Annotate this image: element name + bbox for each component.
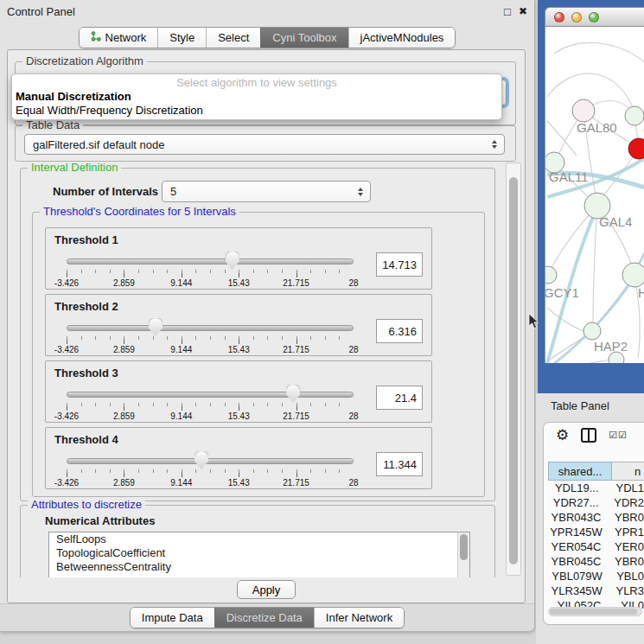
table-cell[interactable]: YBR0	[604, 555, 644, 568]
popup-item-manual[interactable]: Manual Discretization	[12, 90, 501, 104]
numerical-attributes-list[interactable]: SelfLoopsTopologicalCoefficientBetweenne…	[48, 532, 470, 577]
table-horizontal-scrollbar[interactable]	[548, 607, 642, 616]
attribute-item[interactable]: TopologicalCoefficient	[49, 546, 469, 560]
network-canvas[interactable]: GAL80GACGAL11GAL4GCY1HHAP2	[545, 27, 644, 363]
threshold-2-slider[interactable]: -3.4262.8599.14415.4321.71528	[67, 317, 354, 354]
attribute-item[interactable]: BetweennessCentrality	[49, 560, 469, 574]
split-pane-icon[interactable]	[581, 428, 596, 443]
control-panel-window: Control Panel □ ✖ Network Style Select C…	[0, 0, 535, 632]
table-cell[interactable]: YDL19...	[548, 481, 605, 494]
list-scrollbar[interactable]	[457, 532, 469, 577]
table-cell[interactable]: YLR3	[605, 584, 644, 597]
apply-button[interactable]: Apply	[237, 580, 296, 599]
network-edge[interactable]	[547, 121, 577, 156]
tab-impute-data[interactable]: Impute Data	[131, 608, 214, 628]
control-panel-titlebar[interactable]: Control Panel □ ✖	[0, 0, 534, 22]
threshold-1-value[interactable]: 14.713	[376, 252, 423, 277]
table-cell[interactable]: YPR145W	[548, 526, 604, 539]
node-label: GAL80	[577, 120, 617, 135]
threshold-2-value[interactable]: 6.316	[376, 319, 423, 343]
table-cell[interactable]: YDR2	[603, 496, 644, 509]
table-cell[interactable]: YDR27...	[548, 496, 603, 509]
slider-track[interactable]	[67, 392, 354, 398]
column-header-name[interactable]: n	[612, 462, 644, 481]
minimize-traffic-light-icon[interactable]	[571, 12, 582, 22]
node-label: GAL4	[599, 214, 632, 229]
table-row[interactable]: YPR145WYPR1	[548, 525, 644, 539]
tab-select[interactable]: Select	[206, 28, 260, 48]
network-node[interactable]	[609, 352, 624, 363]
bottom-tabbar: Impute Data Discretize Data Infer Networ…	[0, 603, 534, 631]
table-row[interactable]: YER054CYER0	[548, 539, 644, 554]
network-node[interactable]	[572, 99, 595, 122]
network-node[interactable]	[625, 106, 644, 125]
table-data-combobox[interactable]: galFiltered.sif default node	[24, 134, 505, 155]
close-icon[interactable]: ✖	[519, 6, 527, 16]
threshold-panel-2: Threshold 2 -3.4262.8599.14415.4321.7152…	[45, 294, 432, 356]
table-row[interactable]: YDL19...YDL1	[548, 481, 644, 495]
table-row[interactable]: YBR043CYBR0	[548, 510, 644, 525]
close-traffic-light-icon[interactable]	[554, 12, 564, 22]
settings-scrollbar[interactable]	[506, 163, 521, 576]
network-titlebar[interactable]	[545, 7, 644, 27]
table-cell[interactable]: YER0	[604, 540, 644, 553]
tab-cyni-toolbox[interactable]: Cyni Toolbox	[260, 28, 348, 48]
threshold-3-slider[interactable]: -3.4262.8599.14415.4321.71528	[67, 384, 354, 420]
table-cell[interactable]: YER054C	[548, 540, 604, 553]
threshold-coordinates-group: Threshold's Coordinates for 5 Intervals …	[32, 212, 485, 497]
threshold-1-slider[interactable]: -3.4262.8599.14415.4321.71528	[67, 251, 354, 287]
float-window-icon[interactable]: □	[504, 6, 511, 17]
table-cell[interactable]: YBL079W	[548, 570, 606, 583]
threshold-4-slider[interactable]: -3.4262.8599.14415.4321.71528	[67, 450, 354, 487]
tick-label: 28	[348, 345, 358, 354]
attribute-item[interactable]: SelfLoops	[49, 532, 469, 546]
tick-label: 15.43	[228, 278, 250, 288]
network-node[interactable]	[583, 322, 601, 340]
tab-style[interactable]: Style	[157, 28, 206, 48]
slider-handle[interactable]	[226, 252, 239, 270]
table-cell[interactable]: YBR045C	[548, 555, 604, 568]
slider-handle[interactable]	[286, 385, 300, 403]
network-edge[interactable]	[593, 206, 597, 327]
table-horizontal-scrollbar-thumb[interactable]	[550, 609, 637, 615]
threshold-3-value[interactable]: 21.4	[376, 386, 423, 410]
network-edge[interactable]	[554, 42, 644, 62]
slider-handle[interactable]	[194, 451, 208, 469]
node-label: HAP2	[594, 339, 628, 354]
gear-icon[interactable]: ⚙	[556, 428, 569, 443]
network-node[interactable]	[545, 266, 557, 284]
network-node[interactable]	[622, 263, 644, 287]
tick-label: -3.426	[54, 478, 79, 488]
tab-infer-network[interactable]: Infer Network	[314, 608, 404, 628]
slider-track[interactable]	[67, 258, 354, 265]
list-scrollbar-thumb[interactable]	[460, 534, 468, 560]
table-row[interactable]: YLR345WYLR3	[548, 583, 644, 598]
number-of-intervals-combobox[interactable]: 5	[162, 181, 371, 202]
threshold-4-value[interactable]: 11.344	[376, 452, 423, 476]
tab-network[interactable]: Network	[80, 28, 158, 48]
table-row[interactable]: YDR27...YDR2	[548, 495, 644, 510]
table-cell[interactable]: YDL1	[605, 481, 644, 494]
settings-scrollbar-thumb[interactable]	[509, 177, 518, 564]
network-node[interactable]	[628, 138, 644, 159]
tick-label: 21.715	[283, 478, 309, 488]
table-cell[interactable]: YPR1	[604, 526, 644, 539]
threshold-3-label: Threshold 3	[54, 367, 118, 379]
slider-track[interactable]	[67, 325, 354, 331]
slider-track[interactable]	[67, 458, 354, 464]
checkbox-icons[interactable]: ☑☑	[609, 430, 628, 441]
network-edge[interactable]	[547, 308, 585, 332]
column-header-shared[interactable]: shared...	[548, 462, 612, 481]
table-cell[interactable]: YBR0	[604, 511, 644, 524]
table-cell[interactable]: YLR345W	[548, 584, 605, 597]
table-row[interactable]: YBL079WYBL0	[548, 569, 644, 583]
table-cell[interactable]: YBL0	[606, 570, 644, 583]
threshold-panel-3: Threshold 3 -3.4262.8599.14415.4321.7152…	[45, 360, 432, 423]
popup-item-equal-width[interactable]: Equal Width/Frequency Discretization	[12, 104, 501, 118]
tab-jactivemnodules[interactable]: jActiveMNodules	[348, 28, 456, 48]
slider-handle[interactable]	[149, 318, 163, 336]
table-cell[interactable]: YBR043C	[548, 511, 604, 524]
zoom-traffic-light-icon[interactable]	[589, 12, 599, 22]
table-row[interactable]: YBR045CYBR0	[548, 554, 644, 569]
tab-discretize-data[interactable]: Discretize Data	[214, 608, 314, 628]
